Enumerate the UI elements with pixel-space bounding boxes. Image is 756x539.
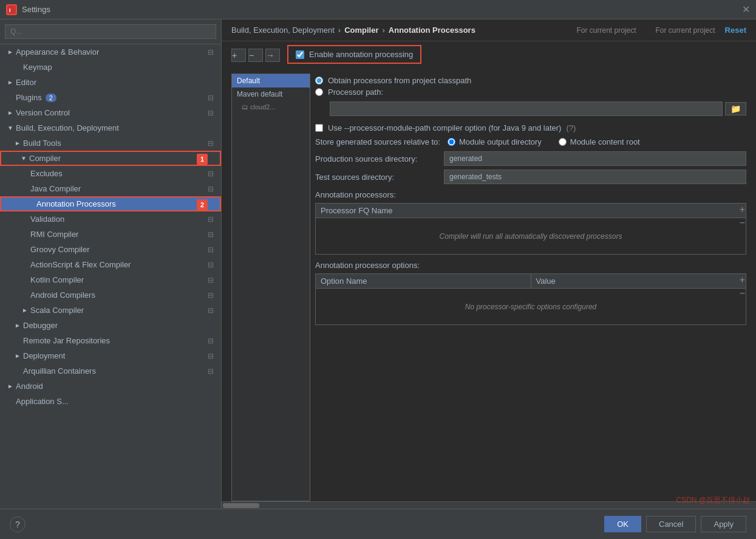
arrow-icon: ► xyxy=(7,109,13,116)
option-value-header: Value xyxy=(531,274,746,289)
enable-annotation-checkbox[interactable] xyxy=(296,50,304,59)
sidebar-item-java-compiler[interactable]: Java Compiler ⊟ xyxy=(0,181,221,196)
sidebar-item-deployment[interactable]: ► Deployment ⊟ xyxy=(0,348,221,363)
sidebar-item-label: Build, Execution, Deployment xyxy=(16,123,119,132)
settings-icon: ⊟ xyxy=(208,337,214,345)
settings-icon: ⊟ xyxy=(208,306,214,315)
obtain-processors-radio: Obtain processors from project classpath xyxy=(315,76,746,85)
remove-profile-button[interactable]: − xyxy=(248,49,263,62)
module-output-radio[interactable] xyxy=(448,138,455,146)
remove-processor-button[interactable]: − xyxy=(740,218,745,228)
sidebar-item-android[interactable]: ► Android xyxy=(0,379,221,394)
sidebar-item-keymap[interactable]: Keymap xyxy=(0,60,221,75)
processor-module-row: Use --processor-module-path compiler opt… xyxy=(315,123,746,132)
production-sources-label: Production sources directory: xyxy=(315,154,437,163)
sidebar-item-arquillian[interactable]: Arquillian Containers ⊟ xyxy=(0,363,221,379)
profile-item-cloud2[interactable]: 🗂 cloud2... xyxy=(232,101,310,113)
add-profile-button[interactable]: + xyxy=(231,49,246,62)
reset-button[interactable]: Reset xyxy=(725,26,746,35)
module-content-radio[interactable] xyxy=(559,138,567,146)
remove-option-button[interactable]: − xyxy=(740,288,745,299)
sidebar-item-debugger[interactable]: ► Debugger xyxy=(0,318,221,333)
sidebar-item-build-exec[interactable]: ▼ Build, Execution, Deployment xyxy=(0,120,221,136)
sidebar-item-groovy-compiler[interactable]: Groovy Compiler ⊟ xyxy=(0,242,221,257)
settings-icon: ⊟ xyxy=(208,291,214,300)
sidebar-item-label: Scala Compiler xyxy=(30,306,84,315)
sidebar-item-plugins[interactable]: Plugins 2 ⊟ xyxy=(0,90,221,105)
options-section-title: Annotation processor options: xyxy=(315,261,746,270)
add-option-button[interactable]: + xyxy=(740,275,745,286)
options-table-row-hint: No processor-specific options configured xyxy=(316,289,746,325)
settings-icon: ⊟ xyxy=(208,245,214,254)
search-input[interactable] xyxy=(5,24,216,39)
sidebar-item-label: Keymap xyxy=(23,63,52,72)
module-output-option: Module output directory xyxy=(448,137,542,146)
sidebar-item-version-control[interactable]: ► Version Control ⊟ xyxy=(0,105,221,120)
browse-button[interactable]: 📁 xyxy=(725,102,746,115)
annotation-badge-1: 1 xyxy=(197,154,208,165)
add-processor-button[interactable]: + xyxy=(740,204,745,215)
sidebar-item-label: Groovy Compiler xyxy=(30,245,90,254)
processor-path-radio-input[interactable] xyxy=(315,88,323,96)
sidebar-item-build-tools[interactable]: ► Build Tools ⊟ xyxy=(0,136,221,151)
sidebar-item-appearance[interactable]: ► Appearance & Behavior ⊟ xyxy=(0,44,221,60)
sidebar-item-validation[interactable]: Validation ⊟ xyxy=(0,211,221,227)
sidebar-item-excludes[interactable]: Excludes ⊟ xyxy=(0,166,221,181)
for-current-project-label: For current project xyxy=(656,26,715,35)
app-icon: I xyxy=(6,4,17,15)
production-sources-row: Production sources directory: xyxy=(315,151,746,166)
sidebar-item-remote-jar[interactable]: Remote Jar Repositories ⊟ xyxy=(0,333,221,348)
sidebar: ► Appearance & Behavior ⊟ Keymap ► Edito… xyxy=(0,19,222,509)
processor-module-checkbox[interactable] xyxy=(315,124,323,132)
ok-button[interactable]: OK xyxy=(604,516,641,532)
cancel-button[interactable]: Cancel xyxy=(646,516,696,532)
annotation-badge-2: 2 xyxy=(197,199,208,210)
breadcrumb-sep1: › xyxy=(338,26,341,35)
processor-module-label: Use --processor-module-path compiler opt… xyxy=(328,123,561,132)
settings-icon: ⊟ xyxy=(208,230,214,239)
sidebar-item-kotlin-compiler[interactable]: Kotlin Compiler ⊟ xyxy=(0,272,221,287)
settings-icon: ⊟ xyxy=(208,185,214,193)
profile-list: Default Maven default 🗂 cloud2... xyxy=(231,74,310,501)
sidebar-item-label: RMI Compiler xyxy=(30,230,78,239)
sidebar-item-label: Android Compilers xyxy=(30,290,95,300)
test-sources-input[interactable] xyxy=(444,170,746,184)
options-hint: No processor-specific options configured xyxy=(316,289,746,325)
sidebar-item-label: Editor xyxy=(16,78,36,87)
bottom-bar: ? OK Cancel Apply xyxy=(0,509,756,539)
sidebar-item-label: Android xyxy=(16,382,43,391)
sidebar-item-compiler[interactable]: ▼ Compiler 1 xyxy=(0,151,221,166)
close-button[interactable]: ✕ xyxy=(742,4,750,15)
sidebar-item-android-compilers[interactable]: Android Compilers ⊟ xyxy=(0,287,221,303)
test-sources-label: Test sources directory: xyxy=(315,173,437,182)
sidebar-item-actionscript-compiler[interactable]: ActionScript & Flex Compiler ⊟ xyxy=(0,257,221,272)
store-label: Store generated sources relative to: xyxy=(315,137,440,146)
apply-button[interactable]: Apply xyxy=(701,516,746,532)
module-output-label: Module output directory xyxy=(459,137,542,146)
profile-item-default[interactable]: Default xyxy=(232,74,310,88)
sidebar-item-label: Plugins xyxy=(16,93,42,102)
store-sources-row: Store generated sources relative to: Mod… xyxy=(315,137,746,146)
production-sources-input[interactable] xyxy=(444,151,746,166)
sidebar-item-label: Kotlin Compiler xyxy=(30,275,84,284)
processor-path-input[interactable] xyxy=(330,101,723,116)
enable-annotation-box: Enable annotation processing xyxy=(287,45,421,64)
help-button[interactable]: ? xyxy=(10,517,26,532)
arrow-icon: ► xyxy=(15,322,21,329)
sidebar-item-rmi-compiler[interactable]: RMI Compiler ⊟ xyxy=(0,227,221,242)
search-bar xyxy=(0,19,221,44)
processors-table-wrapper: Processor FQ Name Compiler will run all … xyxy=(315,203,746,255)
obtain-processors-radio-input[interactable] xyxy=(315,77,323,84)
sidebar-item-application-s[interactable]: Application S... xyxy=(0,394,221,409)
breadcrumb-segment3: Annotation Processors xyxy=(389,26,475,35)
options-table-wrapper: Option Name Value No processor-specific … xyxy=(315,273,746,325)
enable-annotation-label: Enable annotation processing xyxy=(309,50,413,59)
sidebar-item-editor[interactable]: ► Editor xyxy=(0,75,221,90)
copy-profile-button[interactable]: → xyxy=(265,49,280,62)
sidebar-item-annotation-processors[interactable]: Annotation Processors 2 xyxy=(0,196,221,211)
profile-item-maven[interactable]: Maven default xyxy=(232,88,310,101)
sidebar-item-scala-compiler[interactable]: ► Scala Compiler ⊟ xyxy=(0,303,221,318)
sidebar-item-label: Application S... xyxy=(16,397,69,406)
arrow-icon: ► xyxy=(7,49,13,55)
arrow-icon: ▼ xyxy=(21,155,27,162)
